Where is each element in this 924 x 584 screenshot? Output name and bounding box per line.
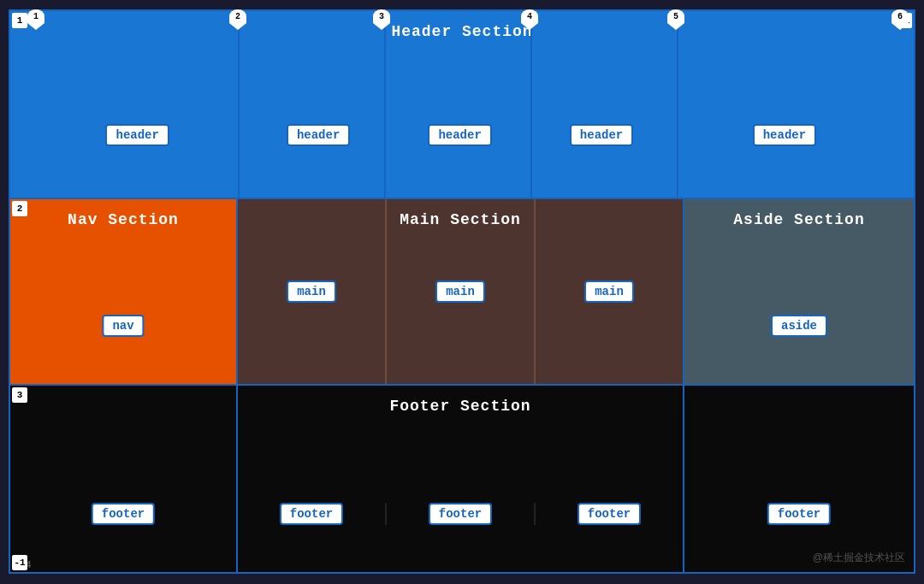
pin-2-head: 2 [229, 9, 246, 23]
corner-top-left: 1 [12, 13, 27, 28]
pin-6-tail [891, 23, 909, 30]
middle-section: Nav Section nav 2 Main Section main main… [10, 199, 914, 386]
main-sub-col-1: main [238, 199, 385, 384]
pin-5-head: 5 [667, 9, 684, 23]
pin-5-tail [667, 23, 684, 30]
header-divider-4 [677, 11, 678, 198]
nav-chip: nav [102, 315, 144, 337]
header-chip-col-4: header [530, 124, 672, 146]
pin-3-head: 3 [373, 9, 390, 23]
header-divider-2 [384, 11, 386, 198]
main-chip-1: main [287, 280, 336, 303]
footer-section: 3 -1 4 footer Footer Section footer foot… [10, 386, 914, 572]
footer-chip-2: footer [280, 503, 343, 525]
aside-chip-container: aside [771, 315, 827, 337]
footer-chip-col-4-container: footer [536, 503, 683, 525]
footer-nav-col: 3 -1 4 footer [10, 386, 238, 572]
header-section: Header Section header header header head… [10, 11, 914, 199]
pin-4-head: 4 [521, 9, 538, 23]
header-chip-5: header [753, 124, 816, 146]
pin-3: 3 [373, 9, 390, 30]
main-container: Header Section header header header head… [9, 9, 915, 574]
header-chip-4: header [570, 124, 633, 146]
nav-section-title: Nav Section [68, 211, 179, 228]
pin-4: 4 [521, 9, 538, 30]
corner-footer-left-bottom: -1 [12, 555, 27, 570]
header-chip-col-2: header [247, 124, 388, 146]
footer-chip-col-1-container: footer [92, 503, 155, 525]
main-sub-col-3: main [536, 199, 683, 384]
header-divider-3 [530, 11, 532, 198]
watermark: @稀土掘金技术社区 [813, 551, 905, 565]
header-chip-1: header [105, 124, 169, 146]
nav-chip-container: nav [102, 315, 144, 337]
header-chip-2: header [287, 124, 350, 146]
header-chips-row: header header header header header [10, 124, 914, 146]
aside-section: Aside Section aside [684, 199, 914, 384]
footer-chip-col-5-container: footer [767, 503, 831, 525]
header-divider-1 [238, 11, 240, 198]
footer-aside-col: footer @稀土掘金技术社区 [684, 386, 914, 572]
footer-chip-col-2-container: footer [238, 503, 387, 525]
main-sub-col-2: main [387, 199, 534, 384]
footer-chip-1: footer [92, 503, 155, 525]
pin-5: 5 [667, 9, 684, 30]
pin-1: 1 [27, 9, 44, 30]
header-chip-3: header [428, 124, 491, 146]
footer-chip-col-3-container: footer [387, 503, 536, 525]
pin-3-tail [373, 23, 390, 30]
header-chip-col-5: header [672, 124, 897, 146]
aside-chip: aside [771, 315, 827, 337]
main-section: Main Section main main main [238, 199, 684, 384]
corner-middle-left: 2 [12, 201, 27, 216]
main-inner: main main main [238, 199, 683, 384]
pin-6: 6 [891, 9, 909, 30]
footer-main-col: Footer Section footer footer footer [238, 386, 684, 572]
pin-1-tail [27, 23, 44, 30]
main-chip-2: main [435, 280, 485, 303]
footer-chip-5: footer [767, 503, 831, 525]
pin-6-head: 6 [891, 9, 909, 23]
footer-section-title: Footer Section [389, 398, 530, 415]
pin-1-head: 1 [27, 9, 44, 23]
pin-2-tail [229, 23, 246, 30]
main-chip-3: main [584, 280, 634, 303]
aside-section-title: Aside Section [733, 211, 864, 228]
nav-section: Nav Section nav 2 [10, 199, 238, 384]
header-chip-col-1: header [27, 124, 247, 146]
footer-main-chips: footer footer footer [238, 503, 683, 525]
pin-4-tail [521, 23, 538, 30]
footer-chip-3: footer [429, 503, 492, 525]
header-chip-col-3: header [389, 124, 530, 146]
corner-footer-left-top: 3 [12, 387, 27, 403]
footer-chip-4: footer [578, 503, 641, 525]
header-section-title: Header Section [391, 23, 532, 40]
pin-2: 2 [229, 9, 246, 30]
